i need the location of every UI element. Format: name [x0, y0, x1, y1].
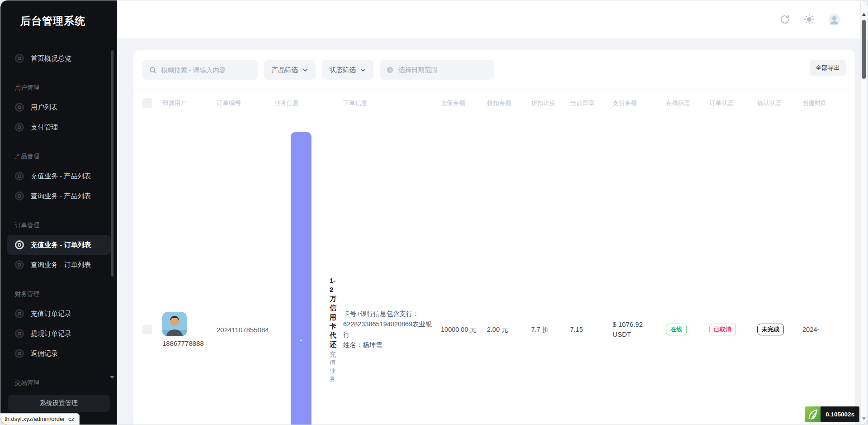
- table-row[interactable]: 18867778888 20241107855084 1-2万信用卡代还 充值业…: [142, 116, 846, 425]
- sidebar-item-label: 充值业务 - 产品列表: [31, 172, 91, 181]
- sidebar-group-label: 订单管理: [15, 221, 111, 229]
- column-header: 业务信息: [274, 99, 343, 107]
- bullet-icon: [15, 103, 24, 112]
- sidebar-item-label: 提现订单记录: [31, 329, 71, 338]
- column-header: 支付金额: [613, 99, 666, 107]
- system-settings-button[interactable]: 系统设置管理: [8, 395, 110, 412]
- column-header: 在线状态: [666, 99, 709, 107]
- perf-time-label: 0.105002s: [821, 406, 859, 422]
- product-filter-select[interactable]: 产品筛选: [264, 60, 316, 80]
- bullet-icon: [15, 172, 24, 181]
- column-header: 下单信息: [343, 99, 441, 107]
- refresh-icon[interactable]: [779, 14, 790, 25]
- row-checkbox[interactable]: [142, 325, 152, 334]
- status-filter-label: 状态筛选: [330, 66, 356, 74]
- sidebar-group-label: 产品管理: [15, 153, 111, 161]
- perf-plugin-icon[interactable]: [805, 406, 821, 422]
- main-area: 产品筛选 状态筛选 选择日期范围 全部导出: [117, 0, 868, 425]
- browser-window: 后台管理系统 首页概况总览 用户管理 用户列表 支付管理 产品管理 充值业务 -…: [0, 0, 868, 425]
- select-all-checkbox[interactable]: [142, 98, 152, 108]
- pay-amount: $ 1076.92: [613, 320, 661, 330]
- sidebar-item-payment[interactable]: 支付管理: [7, 117, 111, 137]
- product-name: 1-2万信用卡代还: [330, 276, 339, 349]
- date-range-placeholder: 选择日期范围: [398, 66, 438, 74]
- sidebar-item-home[interactable]: 首页概况总览: [7, 48, 111, 68]
- status-filter-select[interactable]: 状态筛选: [322, 60, 373, 80]
- topbar: [117, 0, 868, 38]
- sidebar-item-label: 用户列表: [31, 103, 58, 112]
- sidebar-scrollbar-thumb[interactable]: [111, 50, 113, 277]
- sidebar-item-label: 充值业务 - 订单列表: [31, 241, 91, 249]
- column-header: 折扣比例: [531, 99, 570, 107]
- sidebar-group-label: 用户管理: [15, 84, 111, 92]
- sidebar-item-recharge-records[interactable]: 充值订单记录: [7, 304, 111, 324]
- search-box: [142, 60, 258, 80]
- content-area: 产品筛选 状态筛选 选择日期范围 全部导出: [117, 38, 868, 425]
- chevron-down-icon: [302, 68, 308, 72]
- column-header: 订单状态: [709, 99, 757, 107]
- table-body: 18867778888 20241107855084 1-2万信用卡代还 充值业…: [142, 116, 846, 425]
- table-header-row: 归属用户 订单编号 业务信息 下单信息 充值金额 折扣金额 折扣比例 当前费率 …: [142, 90, 846, 116]
- bullet-icon: [15, 54, 24, 63]
- bullet-icon: [15, 240, 24, 249]
- chevron-down-icon: [360, 68, 366, 72]
- orders-table: 归属用户 订单编号 业务信息 下单信息 充值金额 折扣金额 折扣比例 当前费率 …: [142, 90, 846, 425]
- orders-card: 产品筛选 状态筛选 选择日期范围 全部导出: [133, 50, 855, 425]
- scroll-down-arrow-icon[interactable]: [862, 417, 866, 420]
- product-type: 充值业务: [330, 351, 339, 383]
- product-filter-label: 产品筛选: [272, 66, 298, 74]
- user-avatar: [162, 312, 187, 336]
- sidebar-item-label: 查询业务 - 产品列表: [31, 192, 91, 201]
- sidebar-item-label: 返佣记录: [31, 349, 58, 358]
- clock-icon: [386, 66, 394, 74]
- sidebar-item-label: 支付管理: [31, 123, 58, 132]
- discount-amount: 2.00 元: [487, 325, 531, 334]
- order-status-badge: 已取消: [709, 324, 736, 335]
- product-icon: [291, 132, 311, 425]
- created-time: 2024-: [802, 326, 825, 333]
- chevron-down-icon[interactable]: [110, 376, 114, 379]
- fee-rate: 7.15: [570, 326, 613, 333]
- sidebar-item-commission-records[interactable]: 返佣记录: [7, 344, 111, 363]
- sidebar-group-label: 财务管理: [15, 290, 111, 298]
- theme-sun-icon[interactable]: [804, 14, 815, 25]
- order-number: 20241107855084: [217, 326, 269, 334]
- bullet-icon: [15, 329, 24, 338]
- sidebar: 后台管理系统 首页概况总览 用户管理 用户列表 支付管理 产品管理 充值业务 -…: [0, 0, 117, 425]
- online-status-badge: 在线: [666, 324, 687, 335]
- discount-rate: 7.7 折: [531, 325, 570, 334]
- search-icon: [149, 66, 157, 74]
- bullet-icon: [15, 309, 24, 318]
- sidebar-divider: [9, 41, 109, 41]
- sidebar-nav: 首页概况总览 用户管理 用户列表 支付管理 产品管理 充值业务 - 产品列表 查…: [0, 48, 117, 412]
- sidebar-item-withdraw-records[interactable]: 提现订单记录: [7, 324, 111, 344]
- sidebar-item-label: 查询业务 - 订单列表: [31, 261, 91, 269]
- order-info: 卡号+银行信息包含支行：6228233865194020869农业银行姓名：杨坤…: [343, 309, 441, 351]
- column-header: 创建时间: [802, 99, 825, 107]
- sidebar-item-recharge-orders[interactable]: 充值业务 - 订单列表: [7, 235, 111, 255]
- column-header: 确认状态: [757, 99, 802, 107]
- column-header: 订单编号: [217, 99, 274, 107]
- user-phone: 18867778888: [162, 339, 212, 347]
- order-info-line: 姓名：杨坤雪: [343, 340, 436, 350]
- column-header: 归属用户: [162, 99, 217, 107]
- bullet-icon: [15, 191, 24, 201]
- scrollbar-thumb[interactable]: [862, 20, 866, 79]
- sidebar-item-query-products[interactable]: 查询业务 - 产品列表: [7, 186, 111, 206]
- sidebar-item-label: 充值订单记录: [31, 310, 71, 318]
- user-avatar-icon[interactable]: [828, 14, 840, 26]
- sidebar-item-query-orders[interactable]: 查询业务 - 订单列表: [7, 255, 111, 275]
- export-all-button[interactable]: 全部导出: [810, 60, 846, 76]
- bullet-icon: [15, 123, 24, 132]
- sidebar-item-label: 首页概况总览: [31, 54, 71, 63]
- sidebar-item-user-list[interactable]: 用户列表: [7, 97, 111, 117]
- sidebar-item-recharge-products[interactable]: 充值业务 - 产品列表: [7, 166, 111, 186]
- date-range-picker[interactable]: 选择日期范围: [380, 60, 494, 80]
- sidebar-group-label: 交易管理: [15, 379, 111, 387]
- column-header: 折扣金额: [487, 99, 531, 107]
- status-url: th.dsyl.xyz/admin/order_cz: [0, 413, 80, 425]
- search-input[interactable]: [161, 67, 251, 74]
- order-info-line: 卡号+银行信息包含支行：6228233865194020869农业银行: [343, 309, 436, 340]
- scroll-up-arrow-icon[interactable]: [862, 13, 866, 16]
- window-scrollbar[interactable]: [860, 1, 867, 424]
